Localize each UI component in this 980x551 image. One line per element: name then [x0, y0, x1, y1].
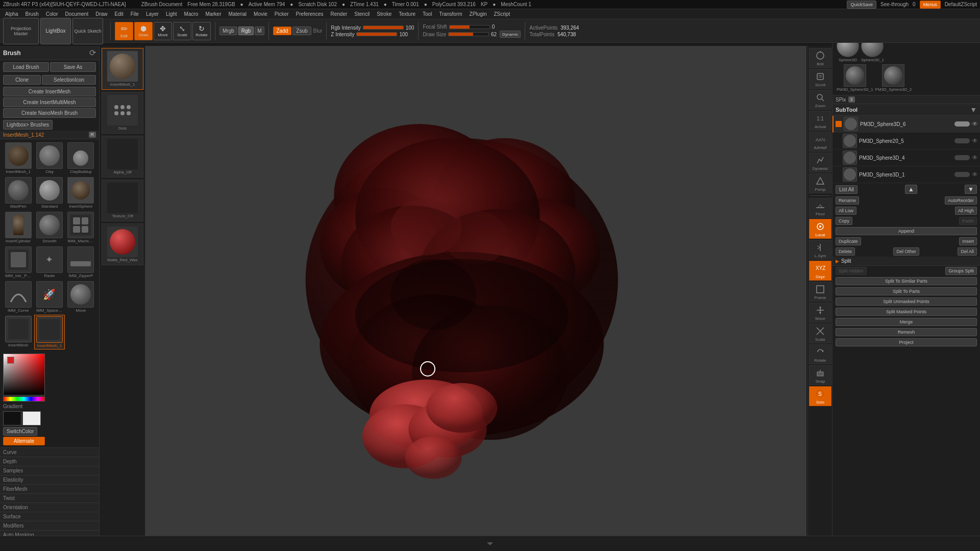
subtool-toggle-2[interactable]: [954, 155, 970, 160]
brush-thumb-claybuildup[interactable]: ClayBuildup: [66, 141, 96, 175]
menu-brush[interactable]: Brush: [22, 10, 42, 18]
nav-solo[interactable]: S Solo: [809, 386, 831, 406]
subtool-item-1[interactable]: PM3D_Sphere20_5 👁: [832, 133, 980, 149]
nav-snap[interactable]: Snap: [809, 365, 831, 385]
menu-marker[interactable]: Marker: [202, 10, 224, 18]
menu-render[interactable]: Render: [328, 10, 351, 18]
split-unmasked-points-button[interactable]: Split Unmasked Points: [836, 297, 977, 306]
list-all-button[interactable]: List All: [836, 185, 857, 194]
section-modifiers[interactable]: Modifiers: [0, 521, 99, 530]
move-button[interactable]: ✥ Move: [154, 22, 172, 40]
merge-button[interactable]: Merge: [836, 318, 977, 326]
brush-thumb-mastpen[interactable]: MastPen: [3, 176, 33, 210]
menu-transform[interactable]: Transform: [436, 10, 465, 18]
all-high-button[interactable]: All High: [955, 207, 977, 215]
subtool-expand-icon[interactable]: ▼: [970, 106, 977, 114]
remesh-button[interactable]: Remesh: [836, 328, 977, 336]
brush-thumb-imm-machineparts[interactable]: IMM_MachineParts: [66, 211, 96, 244]
create-insert-mesh-button[interactable]: Create InsertMesh: [3, 87, 96, 96]
section-twist[interactable]: Twist: [0, 493, 99, 503]
nav-lsym[interactable]: L.Sym: [809, 240, 831, 260]
subtool-item-0[interactable]: PM3D_Sphere3D_6 👁: [832, 116, 980, 133]
nav-gxyz[interactable]: XYZ Gxyz: [809, 261, 831, 281]
lightbox-brushes-button[interactable]: Lightbox> Brushes: [3, 120, 53, 130]
brush-thumb-insertsphere[interactable]: InsertSphere: [66, 176, 96, 210]
all-low-button[interactable]: All Low: [836, 207, 856, 215]
section-fibermesh[interactable]: FiberMesh: [0, 484, 99, 493]
rgb-button[interactable]: Rgb: [238, 27, 254, 35]
nav-move[interactable]: Move: [809, 303, 831, 322]
dynamic-button[interactable]: Dynamic: [500, 31, 521, 38]
projection-master-button[interactable]: Projection Master: [3, 18, 39, 44]
rotate-button[interactable]: ↻ Rotate: [192, 22, 211, 40]
split-to-parts-button[interactable]: Split To Parts: [836, 287, 977, 295]
split-masked-points-button[interactable]: Split Masked Points: [836, 308, 977, 316]
brush-thumb-imm-curve[interactable]: IMM_Curve: [3, 280, 33, 314]
nav-actual[interactable]: 1:1 Actual: [809, 111, 831, 131]
menu-picker[interactable]: Picker: [272, 10, 292, 18]
brush-thumb-standard[interactable]: Standard: [34, 176, 64, 210]
groups-split-button[interactable]: Groups Split: [945, 267, 977, 275]
subtool-item-3[interactable]: PM3D_Sphere3D_1 👁: [832, 166, 980, 183]
menu-stroke[interactable]: Stroke: [374, 10, 395, 18]
clone-button[interactable]: Clone: [3, 75, 41, 85]
auto-reorder-button[interactable]: AutoReorder: [945, 196, 977, 205]
rename-button[interactable]: Rename: [836, 196, 859, 205]
brush-thumb-smooth[interactable]: Smooth: [34, 211, 64, 244]
section-elasticity[interactable]: Elasticity: [0, 475, 99, 484]
nav-dynamic[interactable]: Dynamic: [809, 153, 831, 172]
menu-alpha[interactable]: Alpha: [2, 10, 21, 18]
alternate-button[interactable]: Alternate: [3, 437, 45, 445]
subtool-item-2[interactable]: PM3D_Sphere3D_4 👁: [832, 149, 980, 166]
split-hidden-button[interactable]: Split Hidden: [836, 267, 867, 275]
menu-tool[interactable]: Tool: [420, 10, 435, 18]
quick-sketch-button[interactable]: Quick Sketch: [72, 18, 103, 44]
project-button[interactable]: Project: [836, 338, 977, 346]
brush-thumb-panel-insertmesh1[interactable]: InsertMesh_1: [102, 48, 143, 90]
create-nano-mesh-brush-button[interactable]: Create NanoMesh Brush: [3, 108, 96, 118]
nav-rotate[interactable]: Rotate: [809, 344, 831, 364]
menu-texture[interactable]: Texture: [396, 10, 419, 18]
del-other-button[interactable]: Del Other: [893, 247, 919, 256]
quick-save-button[interactable]: QuickSave: [847, 1, 876, 9]
menu-zplugin[interactable]: ZPlugin: [467, 10, 490, 18]
subtool-vis-2[interactable]: 👁: [972, 154, 978, 161]
save-as-button[interactable]: Save As: [50, 62, 96, 72]
paste-button[interactable]: Paste: [959, 217, 977, 225]
section-orientation[interactable]: Orientation: [0, 503, 99, 512]
subtool-vis-1[interactable]: 👁: [972, 137, 978, 144]
menu-light[interactable]: Light: [163, 10, 180, 18]
brush-thumb-imm-ind-parts[interactable]: IMM_Ind._Parts: [3, 245, 33, 279]
brush-thumb-panel-dots[interactable]: Dots: [102, 92, 143, 134]
del-all-button[interactable]: Del All: [958, 247, 977, 256]
brush-thumb-raste[interactable]: ✦ Raste: [34, 245, 64, 279]
load-brush-button[interactable]: Load Brush: [3, 62, 49, 72]
split-section-title[interactable]: ▶ Split: [832, 257, 980, 266]
brush-thumb-panel-texture-off[interactable]: Texture_Off: [102, 180, 143, 221]
subtool-vis-0[interactable]: 👁: [972, 120, 978, 128]
insert-button[interactable]: Insert: [959, 237, 977, 245]
menu-stencil[interactable]: Stencil: [351, 10, 373, 18]
subtool-toggle-0[interactable]: [954, 121, 970, 127]
nav-zoom[interactable]: Zoom: [809, 90, 831, 110]
subtool-toggle-3[interactable]: [954, 172, 970, 177]
zsub-button[interactable]: Zsub: [292, 27, 311, 35]
menu-material[interactable]: Material: [226, 10, 250, 18]
nav-floor[interactable]: Floor: [809, 198, 831, 218]
copy-button[interactable]: Copy: [836, 217, 852, 225]
section-depth[interactable]: Depth: [0, 457, 99, 466]
draw-size-slider[interactable]: [448, 32, 489, 36]
selection-icon-button[interactable]: SelectionIcon: [42, 75, 96, 85]
menu-file[interactable]: File: [128, 10, 142, 18]
draw-button[interactable]: ⬢ Draw: [134, 22, 153, 40]
brush-thumb-clay[interactable]: Clay: [34, 141, 64, 175]
swatch-white[interactable]: [22, 411, 41, 425]
section-curve[interactable]: Curve: [0, 447, 99, 457]
menus-button[interactable]: Menus: [920, 1, 941, 9]
section-surface[interactable]: Surface: [0, 512, 99, 521]
z-intensity-slider[interactable]: [356, 32, 397, 36]
brush-thumb-imm-spaceship[interactable]: 🚀 IMM_SpaceShip: [34, 280, 64, 314]
bottom-arrow-icon[interactable]: [487, 542, 493, 545]
nav-scale[interactable]: Scale: [809, 323, 831, 343]
pm3d-sphere2-preset[interactable]: PM3D_Sphere3D_2: [875, 64, 912, 92]
